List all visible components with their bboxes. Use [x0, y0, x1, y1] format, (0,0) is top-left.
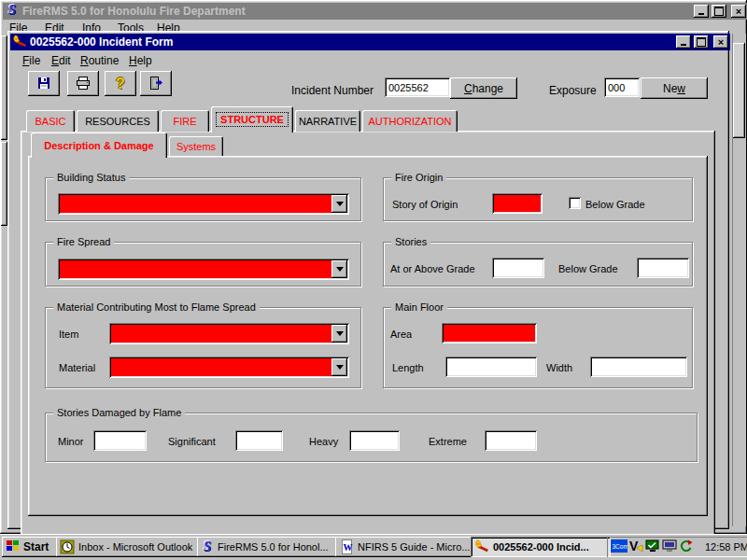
area-field[interactable] — [442, 323, 537, 343]
heavy-field[interactable] — [349, 430, 400, 451]
incident-form-dialog: 0025562-000 Incident Form × File Edit Ro… — [7, 31, 729, 529]
new-button[interactable]: New — [641, 77, 708, 99]
svg-text:V: V — [629, 539, 639, 553]
taskbar-task-nfirs[interactable]: W NFIRS 5 Guide - Micro... — [335, 537, 475, 557]
dialog-titlebar: 0025562-000 Incident Form × — [10, 34, 730, 50]
significant-field[interactable] — [235, 430, 283, 451]
below-grade-checkbox-label: Below Grade — [585, 199, 645, 210]
tab-basic[interactable]: BASIC — [26, 110, 75, 132]
dialog-close-button[interactable]: × — [713, 35, 728, 49]
chevron-down-icon[interactable] — [331, 195, 347, 213]
chevron-down-icon[interactable] — [331, 260, 347, 278]
dialog-title: 0025562-000 Incident Form — [30, 35, 673, 49]
tab-authorization[interactable]: AUTHORIZATION — [362, 110, 458, 132]
taskbar: Start Inbox - Microsoft Outlook S FireRM… — [0, 534, 747, 560]
group-title: Fire Spread — [53, 236, 114, 247]
chevron-down-icon[interactable] — [331, 325, 347, 343]
exit-button[interactable] — [140, 71, 172, 96]
background-panel-fragment — [1, 142, 7, 226]
print-icon — [76, 76, 91, 92]
exposure-field[interactable] — [604, 77, 640, 97]
tab-resources[interactable]: RESOURCES — [77, 110, 159, 132]
building-status-combobox[interactable] — [58, 193, 349, 215]
significant-label: Significant — [168, 436, 216, 447]
dialog-minimize-button[interactable] — [676, 35, 691, 49]
width-field[interactable] — [590, 357, 687, 377]
svg-text:W: W — [344, 542, 353, 553]
save-button[interactable] — [28, 71, 60, 96]
below-grade-checkbox[interactable] — [569, 197, 581, 209]
dialog-menu-help[interactable]: Help — [125, 53, 156, 68]
incident-number-field[interactable] — [385, 77, 450, 97]
flame-icon — [12, 35, 27, 49]
virus-scan-icon[interactable]: V — [629, 539, 643, 554]
word-icon: W — [339, 539, 354, 554]
start-button[interactable]: Start — [2, 537, 60, 557]
main-maximize-button[interactable] — [712, 5, 726, 18]
item-label: Item — [59, 329, 78, 340]
area-label: Area — [390, 329, 412, 340]
material-label: Material — [59, 362, 95, 373]
subtab-systems[interactable]: Systems — [169, 136, 223, 156]
main-close-button[interactable]: × — [731, 5, 746, 18]
group-title: Main Floor — [391, 301, 447, 313]
background-scrollbar-thumb[interactable] — [733, 43, 745, 138]
stories-below-grade-field[interactable] — [637, 258, 689, 278]
refresh-icon[interactable] — [679, 539, 693, 554]
exit-icon — [148, 76, 163, 92]
tab-fire[interactable]: FIRE — [161, 110, 209, 132]
story-of-origin-label: Story of Origin — [392, 199, 458, 210]
save-icon — [36, 76, 51, 92]
group-title: Building Status — [53, 172, 129, 183]
dialog-maximize-button[interactable] — [694, 35, 709, 49]
main-minimize-button[interactable] — [694, 5, 709, 18]
system-tray: 3Com V — [607, 537, 747, 557]
minor-label: Minor — [58, 436, 84, 447]
length-field[interactable] — [445, 357, 537, 377]
help-button[interactable]: ? — [105, 71, 136, 96]
chevron-down-icon[interactable] — [331, 358, 347, 376]
taskbar-task-firerms[interactable]: S FireRMS 5.0 for Honol... — [197, 537, 340, 557]
dialog-menu-routine[interactable]: Routine — [77, 53, 122, 68]
taskbar-task-inbox[interactable]: Inbox - Microsoft Outlook — [56, 537, 202, 557]
change-button[interactable]: Change — [450, 77, 517, 99]
windows-flag-icon — [6, 539, 20, 554]
at-or-above-grade-field[interactable] — [492, 258, 544, 278]
dialog-menu-file[interactable]: File — [19, 53, 44, 68]
firerms-icon: S — [201, 540, 214, 553]
main-window-titlebar: S FireRMS 5.0 for Honolulu Fire Departme… — [3, 3, 747, 20]
extreme-label: Extreme — [429, 436, 467, 447]
main-window-title: FireRMS 5.0 for Honolulu Fire Department — [22, 5, 691, 18]
3com-icon[interactable]: 3Com — [611, 539, 627, 554]
stories-below-grade-label: Below Grade — [558, 263, 618, 274]
exposure-label: Exposure — [549, 84, 597, 97]
incident-number-label: Incident Number — [291, 84, 374, 97]
fire-spread-combobox[interactable] — [58, 259, 349, 280]
extreme-field[interactable] — [485, 430, 537, 451]
group-title: Material Contributing Most to Flame Spre… — [53, 301, 260, 313]
minor-field[interactable] — [93, 430, 147, 451]
tab-narrative[interactable]: NARRATIVE — [295, 110, 360, 132]
subtab-description-damage[interactable]: Description & Damage — [31, 133, 167, 158]
story-of-origin-field[interactable] — [492, 193, 543, 214]
screen: S FireRMS 5.0 for Honolulu Fire Departme… — [0, 0, 747, 560]
taskbar-task-incident[interactable]: 0025562-000 Incid... — [471, 537, 611, 557]
at-or-above-grade-label: At or Above Grade — [390, 263, 475, 274]
flame-icon — [474, 539, 489, 554]
material-combobox[interactable] — [109, 357, 349, 378]
display-icon[interactable] — [662, 539, 677, 554]
print-button[interactable] — [67, 71, 99, 96]
taskbar-clock: 12:58 PM — [698, 541, 747, 553]
svg-text:3Com: 3Com — [613, 543, 628, 550]
dialog-menu-edit[interactable]: Edit — [48, 53, 75, 68]
group-title: Fire Origin — [391, 172, 446, 183]
network-icon[interactable] — [645, 539, 660, 554]
length-label: Length — [392, 362, 424, 373]
background-toolbar-fragment — [1, 35, 7, 140]
help-icon: ? — [116, 76, 125, 92]
item-combobox[interactable] — [109, 323, 349, 344]
tab-structure[interactable]: STRUCTURE — [211, 106, 293, 133]
firerms-app-icon: S — [5, 4, 20, 19]
heavy-label: Heavy — [309, 436, 338, 447]
outlook-icon — [60, 539, 75, 554]
